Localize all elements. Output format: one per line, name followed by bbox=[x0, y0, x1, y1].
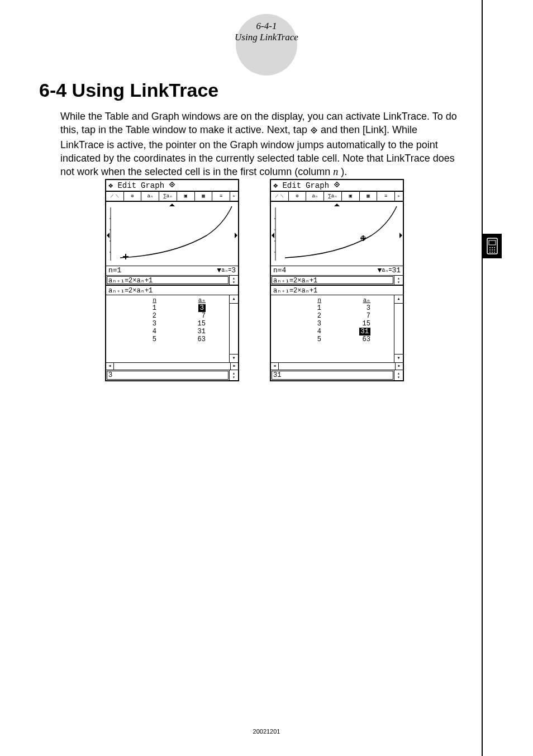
down-arrow-icon: ▼ bbox=[217, 266, 221, 275]
toolbar-btn-7[interactable]: ≡ bbox=[377, 192, 395, 201]
graph-panel[interactable] bbox=[106, 202, 238, 266]
scroll-up-icon[interactable]: ▴ bbox=[230, 295, 238, 304]
cell-n[interactable]: 4 bbox=[108, 328, 168, 336]
cell-an[interactable]: 3 bbox=[332, 304, 392, 312]
cell-n[interactable]: 5 bbox=[273, 336, 332, 343]
toolbar-btn-4[interactable]: ∑aₙ bbox=[324, 192, 342, 201]
table-body[interactable]: n aₙ 13 27 315 431 563 bbox=[106, 295, 229, 362]
arrow-up-icon[interactable] bbox=[169, 204, 175, 206]
diamond-menu-icon[interactable] bbox=[334, 181, 340, 190]
calculator-screen-2: ❖ Edit Graph ⟋⟍ ⊕ aₙ ∑aₙ ▣ ▦ ≡ ▹ bbox=[270, 179, 404, 381]
toolbar-btn-7[interactable]: ≡ bbox=[212, 192, 230, 201]
diamond-icon bbox=[310, 124, 318, 138]
cell-an[interactable]: 15 bbox=[332, 320, 392, 328]
cell-an[interactable]: 31 bbox=[168, 328, 227, 336]
arrow-right-icon[interactable] bbox=[235, 233, 237, 238]
stepper-icon[interactable]: ▴▾ bbox=[229, 370, 238, 380]
vertical-scrollbar[interactable]: ▴ ▾ bbox=[229, 295, 238, 362]
menu-graph[interactable]: Graph bbox=[306, 181, 329, 190]
dropdown-icon[interactable]: ❖ bbox=[108, 181, 113, 190]
table-formula: aₙ₊₁=2×aₙ+1 bbox=[273, 287, 401, 295]
col-header-n: n bbox=[108, 296, 168, 304]
cell-n[interactable]: 5 bbox=[108, 336, 168, 343]
dropdown-icon[interactable]: ❖ bbox=[273, 181, 278, 190]
cell-n[interactable]: 1 bbox=[273, 304, 332, 312]
trace-coordinates: n=1 ▼aₙ=3 bbox=[106, 266, 238, 276]
svg-point-28 bbox=[494, 247, 495, 248]
arrow-right-icon[interactable] bbox=[399, 233, 402, 238]
toolbar-btn-3[interactable]: aₙ bbox=[141, 192, 159, 201]
scroll-right-icon[interactable]: ▸ bbox=[395, 363, 403, 370]
toolbar-more-icon[interactable]: ▹ bbox=[395, 192, 403, 201]
scroll-down-icon[interactable]: ▾ bbox=[394, 354, 403, 362]
svg-point-34 bbox=[494, 252, 495, 253]
cell-n[interactable]: 3 bbox=[108, 320, 168, 328]
cell-n[interactable]: 2 bbox=[273, 312, 332, 320]
toolbar-btn-6[interactable]: ▦ bbox=[360, 192, 378, 201]
horizontal-scrollbar[interactable]: ◂ ▸ bbox=[271, 362, 403, 370]
toolbar-btn-4[interactable]: ∑aₙ bbox=[159, 192, 177, 201]
toolbar-btn-5[interactable]: ▣ bbox=[177, 192, 195, 201]
cell-an[interactable]: 7 bbox=[332, 312, 392, 320]
cell-an[interactable]: 63 bbox=[332, 336, 392, 343]
toolbar-btn-2[interactable]: ⊕ bbox=[124, 192, 142, 201]
scroll-right-icon[interactable]: ▸ bbox=[230, 363, 238, 370]
calculator-screen-1: ❖ Edit Graph ⟋⟍ ⊕ aₙ ∑aₙ ▣ ▦ ≡ ▹ bbox=[105, 179, 239, 381]
toolbar-btn-1[interactable]: ⟋⟍ bbox=[271, 192, 289, 201]
coord-an-value: 3 bbox=[231, 266, 236, 275]
trace-cursor-icon bbox=[360, 235, 366, 241]
table-panel: n aₙ 13 27 315 431 563 ▴ ▾ bbox=[271, 295, 403, 362]
menu-bar: ❖ Edit Graph bbox=[106, 180, 238, 192]
variable-n: n bbox=[333, 166, 338, 177]
menu-edit[interactable]: Edit bbox=[282, 181, 301, 190]
cell-an[interactable]: 3 bbox=[168, 304, 227, 312]
arrow-left-icon[interactable] bbox=[272, 233, 274, 238]
toolbar-btn-5[interactable]: ▣ bbox=[342, 192, 360, 201]
scroll-up-icon[interactable]: ▴ bbox=[394, 295, 403, 304]
svg-point-27 bbox=[492, 247, 493, 248]
coord-n-label: n= bbox=[108, 266, 117, 275]
vertical-scrollbar[interactable]: ▴ ▾ bbox=[394, 295, 403, 362]
stepper-icon[interactable]: ▴▾ bbox=[394, 370, 403, 380]
graph-panel[interactable] bbox=[271, 202, 403, 266]
cell-an[interactable]: 15 bbox=[168, 320, 227, 328]
scroll-left-icon[interactable]: ◂ bbox=[271, 363, 279, 370]
trace-coordinates: n=4 ▼aₙ=31 bbox=[271, 266, 403, 276]
table-body[interactable]: n aₙ 13 27 315 431 563 bbox=[271, 295, 394, 362]
horizontal-scrollbar[interactable]: ◂ ▸ bbox=[106, 362, 238, 370]
formula-input[interactable]: aₙ₊₁=2×aₙ+1 bbox=[272, 276, 393, 284]
body-text-part-c: ). bbox=[341, 166, 347, 177]
arrow-up-icon[interactable] bbox=[334, 204, 340, 206]
scroll-left-icon[interactable]: ◂ bbox=[106, 363, 114, 370]
toolbar-btn-2[interactable]: ⊕ bbox=[289, 192, 307, 201]
body-paragraph: While the Table and Graph windows are on… bbox=[60, 110, 457, 178]
scroll-down-icon[interactable]: ▾ bbox=[230, 354, 238, 362]
col-header-n: n bbox=[273, 296, 332, 304]
diamond-menu-icon[interactable] bbox=[169, 181, 175, 190]
cell-an[interactable]: 7 bbox=[168, 312, 227, 320]
cell-n[interactable]: 4 bbox=[273, 328, 332, 336]
menu-graph[interactable]: Graph bbox=[141, 181, 164, 190]
cell-an[interactable]: 31 bbox=[332, 328, 392, 336]
stepper-icon[interactable]: ▴▾ bbox=[394, 276, 403, 285]
cell-n[interactable]: 2 bbox=[108, 312, 168, 320]
toolbar-btn-6[interactable]: ▦ bbox=[195, 192, 213, 201]
formula-input[interactable]: aₙ₊₁=2×aₙ+1 bbox=[107, 276, 229, 284]
toolbar: ⟋⟍ ⊕ aₙ ∑aₙ ▣ ▦ ≡ ▹ bbox=[106, 192, 238, 202]
cell-n[interactable]: 3 bbox=[273, 320, 332, 328]
page-right-border bbox=[482, 0, 483, 756]
table-formula-header: aₙ₊₁=2×aₙ+1 bbox=[271, 286, 403, 295]
cell-an[interactable]: 63 bbox=[168, 336, 227, 343]
page-number: 6-4-1 bbox=[256, 21, 277, 32]
cell-n[interactable]: 1 bbox=[108, 304, 168, 312]
arrow-left-icon[interactable] bbox=[107, 233, 110, 238]
menu-edit[interactable]: Edit bbox=[117, 181, 136, 190]
selected-value[interactable]: 3 bbox=[107, 371, 229, 380]
toolbar-btn-3[interactable]: aₙ bbox=[306, 192, 324, 201]
trace-cursor-icon bbox=[123, 254, 129, 259]
stepper-icon[interactable]: ▴▾ bbox=[229, 276, 238, 285]
toolbar-btn-1[interactable]: ⟋⟍ bbox=[106, 192, 124, 201]
selected-value[interactable]: 31 bbox=[272, 371, 393, 380]
value-row: 31 ▴▾ bbox=[271, 370, 403, 380]
toolbar-more-icon[interactable]: ▹ bbox=[230, 192, 238, 201]
